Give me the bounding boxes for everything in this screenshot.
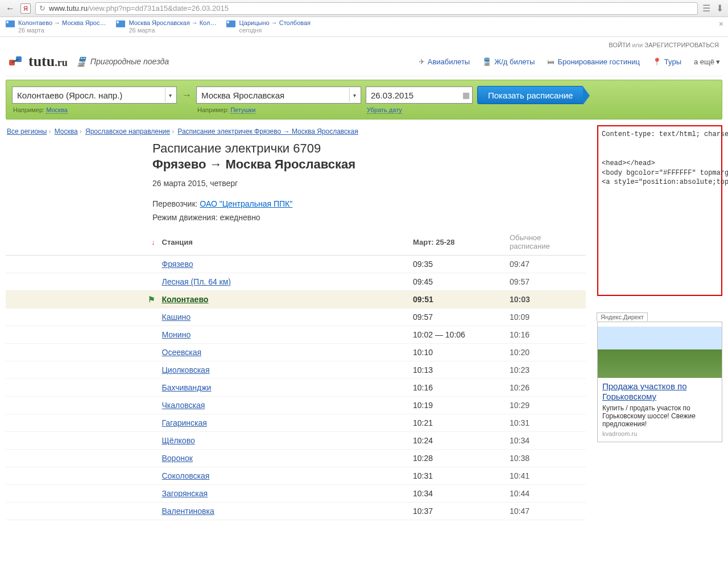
station-link[interactable]: Загорянская	[162, 489, 208, 498]
sidebar: Content-type: text/html; charset=windows…	[597, 125, 722, 520]
nav-avia[interactable]: ✈Авиабилеты	[419, 57, 470, 66]
station-cell: Чкаловская	[159, 397, 410, 414]
station-link[interactable]: Монино	[162, 330, 191, 339]
usual-time-cell: 10:23	[506, 361, 586, 379]
back-button[interactable]: ←	[5, 3, 16, 14]
row-flag-cell	[6, 361, 159, 379]
usual-time-cell: 10:38	[506, 450, 586, 467]
search-panel: Колонтаево (Яросл. напр.) ▾ → Москва Яро…	[6, 80, 722, 120]
station-link[interactable]: Лесная (Пл. 64 км)	[162, 277, 231, 286]
time-cell: 09:51	[410, 291, 506, 308]
nav-more[interactable]: а ещё ▾	[694, 57, 720, 66]
table-row: Кашино09:5710:09	[6, 308, 586, 326]
station-link[interactable]: Чкаловская	[162, 401, 205, 410]
bed-icon: 🛏	[547, 57, 555, 66]
nav-tours[interactable]: 📍Туры	[652, 57, 681, 66]
station-link[interactable]: Щёлково	[162, 436, 195, 445]
table-row: Соколовская10:3110:41	[6, 467, 586, 485]
bookmark-tab[interactable]: Колонтаево → Москва Ярос…26 марта	[6, 19, 106, 34]
station-link[interactable]: Осеевская	[162, 348, 202, 357]
ad-box[interactable]: Продажа участков по Горьковскому Купить …	[597, 322, 722, 442]
logo[interactable]: tutu.ru	[8, 53, 68, 70]
route-heading: Фрязево → Москва Ярославская	[6, 156, 586, 178]
station-link[interactable]: Циолковская	[162, 365, 210, 374]
calendar-icon[interactable]: ▦	[462, 90, 470, 100]
crumb-route[interactable]: Расписание электричек Фрязево → Москва Я…	[177, 127, 358, 135]
bookmark-tab[interactable]: Москва Ярославская → Кол…26 марта	[116, 19, 216, 34]
main-column: Все регионы› Москва› Ярославское направл…	[6, 125, 586, 520]
tabs-close-icon[interactable]: ×	[719, 19, 723, 28]
to-field[interactable]: Москва Ярославская ▾	[196, 87, 361, 104]
page-body: ВОЙТИ или ЗАРЕГИСТРИРОВАТЬСЯ tutu.ru 🚆 П…	[0, 37, 728, 568]
mode-line: Режим движения: ежедневно	[6, 212, 586, 225]
reload-icon[interactable]: ↻	[39, 4, 46, 13]
login-link[interactable]: ВОЙТИ	[609, 42, 630, 48]
station-link[interactable]: Бахчиванджи	[162, 383, 212, 392]
ad-provider-label: Яндекс.Директ	[597, 312, 648, 321]
usual-time-cell: 09:47	[506, 256, 586, 273]
url-text[interactable]: www.tutu.ru/view.php?np=dd731a15&date=26…	[49, 4, 694, 13]
time-cell: 10:28	[410, 450, 506, 467]
col-station: Станция	[159, 229, 410, 256]
table-row: Монино10:02 — 10:0610:16	[6, 326, 586, 344]
from-dropdown-icon[interactable]: ▾	[165, 88, 175, 102]
download-icon[interactable]: ⬇	[716, 3, 723, 14]
row-flag-cell	[6, 256, 159, 273]
table-row: Щёлково10:2410:34	[6, 432, 586, 450]
station-cell: Монино	[159, 326, 410, 344]
station-link[interactable]: Фрязево	[162, 260, 193, 269]
usual-time-cell: 10:47	[506, 503, 586, 520]
url-host: www.tutu.ru	[49, 4, 88, 13]
time-cell: 10:21	[410, 414, 506, 432]
usual-time-cell: 10:41	[506, 467, 586, 485]
yandex-button[interactable]: Я	[20, 3, 31, 14]
crumb-regions[interactable]: Все регионы	[7, 127, 47, 135]
station-cell: Бахчиванджи	[159, 379, 410, 397]
nav-rail[interactable]: 🚆Ж/д билеты	[482, 57, 535, 66]
to-dropdown-icon[interactable]: ▾	[349, 88, 359, 102]
time-cell: 09:35	[410, 256, 506, 273]
date-field[interactable]: 26.03.2015 ▦	[366, 87, 473, 104]
ad-title-link[interactable]: Продажа участков по Горьковскому	[598, 381, 722, 402]
crumb-moscow[interactable]: Москва	[55, 127, 78, 135]
browser-toolbar: ← Я ↻ www.tutu.ru/view.php?np=dd731a15&d…	[0, 0, 728, 17]
row-flag-cell	[6, 273, 159, 291]
station-cell: Лесная (Пл. 64 км)	[159, 273, 410, 291]
hint-date: Убрать дату	[366, 106, 473, 113]
show-schedule-button[interactable]: Показать расписание	[477, 86, 584, 104]
row-flag-cell	[6, 308, 159, 326]
station-link[interactable]: Гагаринская	[162, 418, 207, 427]
flag-icon: ⚑	[148, 295, 155, 304]
register-link[interactable]: ЗАРЕГИСТРИРОВАТЬСЯ	[644, 42, 719, 48]
time-cell: 10:37	[410, 503, 506, 520]
crumb-direction[interactable]: Ярославское направление	[85, 127, 170, 135]
hint-from: Например: Москва	[12, 106, 177, 113]
table-row: Гагаринская10:2110:31	[6, 414, 586, 432]
breadcrumb: Все регионы› Москва› Ярославское направл…	[6, 125, 586, 141]
usual-time-cell: 10:20	[506, 344, 586, 361]
col-indicator: ↓	[6, 229, 159, 256]
date-line: 26 марта 2015, четверг	[6, 178, 586, 191]
from-field[interactable]: Колонтаево (Яросл. напр.) ▾	[12, 87, 177, 104]
row-flag-cell	[6, 414, 159, 432]
section-tagline: 🚆 Пригородные поезда	[76, 56, 169, 67]
station-link[interactable]: Воронок	[162, 454, 193, 463]
usual-time-cell: 10:03	[506, 291, 586, 308]
carrier-link[interactable]: ОАО "Центральная ППК"	[200, 199, 292, 208]
station-link[interactable]: Кашино	[162, 312, 191, 322]
usual-time-cell: 10:31	[506, 414, 586, 432]
bookmark-tab[interactable]: Царицыно → Столбоваясегодня	[226, 19, 311, 34]
logo-icon	[8, 53, 25, 70]
bookmark-icon[interactable]: ☰	[702, 3, 710, 14]
station-cell: Валентиновка	[159, 503, 410, 520]
site-header: tutu.ru 🚆 Пригородные поезда ✈Авиабилеты…	[6, 50, 722, 76]
time-cell: 10:10	[410, 344, 506, 361]
station-link[interactable]: Колонтаево	[162, 295, 209, 304]
station-link[interactable]: Валентиновка	[162, 507, 214, 516]
station-link[interactable]: Соколовская	[162, 471, 210, 480]
pin-icon: 📍	[652, 57, 661, 66]
nav-hotel[interactable]: 🛏Бронирование гостиниц	[547, 57, 639, 66]
table-row: Фрязево09:3509:47	[6, 256, 586, 273]
address-bar[interactable]: ↻ www.tutu.ru/view.php?np=dd731a15&date=…	[35, 2, 698, 15]
row-flag-cell	[6, 467, 159, 485]
